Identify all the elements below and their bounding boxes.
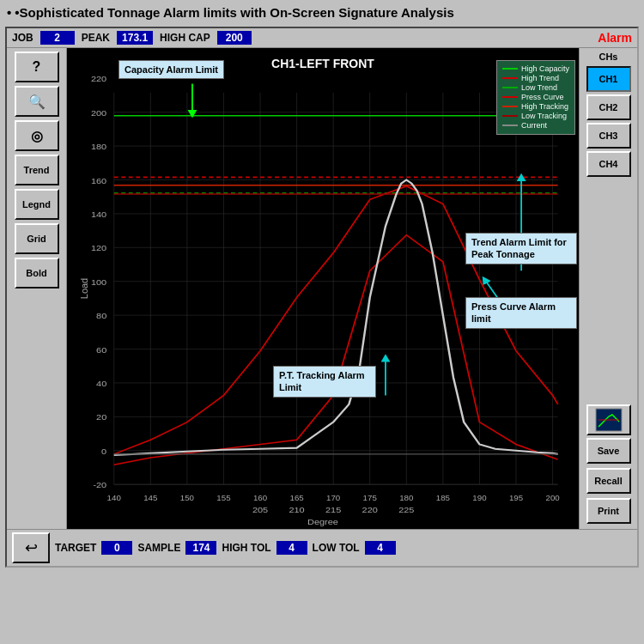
svg-text:160: 160	[91, 176, 107, 185]
callout-tracking: P.T. Tracking Alarm Limit	[273, 366, 376, 398]
svg-text:205: 205	[252, 506, 269, 514]
svg-text:220: 220	[362, 506, 379, 514]
bullet-icon: •	[7, 5, 11, 20]
job-label: JOB	[12, 32, 33, 44]
content-area: ? 🔍 ◎ Trend Legnd Grid Bold CH1-LEFT FRO…	[7, 48, 637, 529]
page-title: • •Sophisticated Tonnage Alarm limits wi…	[0, 0, 644, 25]
bottom-bar: ↩ TARGET 0 SAMPLE 174 HIGH TOL 4 LOW TOL…	[7, 529, 637, 566]
svg-text:Degree: Degree	[307, 518, 338, 526]
svg-text:170: 170	[326, 494, 340, 501]
svg-text:175: 175	[363, 494, 377, 501]
svg-text:180: 180	[399, 494, 413, 501]
hightol-label: HIGH TOL	[222, 542, 270, 554]
svg-text:-20: -20	[93, 481, 106, 489]
zoom-button[interactable]: 🔍	[15, 86, 59, 117]
ch4-button[interactable]: CH4	[586, 151, 631, 177]
svg-text:220: 220	[91, 75, 107, 83]
svg-text:120: 120	[91, 244, 107, 252]
sample-label: SAMPLE	[137, 542, 180, 554]
svg-text:165: 165	[289, 494, 303, 501]
grid-button[interactable]: Grid	[15, 223, 59, 254]
svg-text:0: 0	[101, 447, 106, 456]
svg-text:80: 80	[96, 312, 107, 320]
svg-text:145: 145	[143, 494, 157, 501]
callout-trend: Trend Alarm Limit for Peak Tonnage	[465, 233, 577, 264]
highcap-label: HIGH CAP	[160, 32, 210, 44]
ch2-button[interactable]: CH2	[586, 94, 631, 120]
svg-text:100: 100	[91, 278, 107, 287]
recall-button[interactable]: Recall	[586, 468, 631, 494]
svg-text:200: 200	[91, 109, 107, 118]
svg-text:195: 195	[509, 494, 523, 501]
target-button[interactable]: ◎	[15, 120, 59, 151]
save-button[interactable]: Save	[586, 438, 631, 464]
chart-icon-button[interactable]	[586, 404, 631, 435]
svg-text:215: 215	[325, 506, 342, 514]
ch3-button[interactable]: CH3	[586, 123, 631, 149]
bold-button[interactable]: Bold	[15, 258, 59, 289]
svg-text:40: 40	[96, 380, 107, 388]
svg-text:140: 140	[107, 494, 121, 501]
callout-capacity: Capacity Alarm Limit	[118, 60, 224, 79]
alarm-label: Alarm	[598, 31, 632, 45]
help-button[interactable]: ?	[15, 52, 59, 82]
svg-text:180: 180	[91, 143, 107, 151]
svg-text:200: 200	[545, 494, 559, 501]
legend-box: High Capacity High Trend Low Trend Press…	[496, 60, 575, 135]
lowtol-value: 4	[365, 541, 396, 555]
callout-press: Press Curve Alarm limit	[465, 297, 577, 329]
highcap-value: 200	[217, 31, 252, 45]
svg-text:60: 60	[96, 345, 107, 354]
peak-value: 173.1	[117, 31, 153, 45]
sample-value: 174	[185, 541, 216, 555]
hightol-value: 4	[276, 541, 307, 555]
svg-text:150: 150	[180, 494, 194, 501]
left-sidebar: ? 🔍 ◎ Trend Legnd Grid Bold	[7, 48, 67, 529]
svg-text:140: 140	[91, 210, 107, 219]
svg-text:190: 190	[472, 494, 486, 501]
lowtol-label: LOW TOL	[313, 542, 360, 554]
trend-button[interactable]: Trend	[15, 155, 59, 185]
svg-text:20: 20	[96, 413, 107, 422]
print-button[interactable]: Print	[586, 498, 631, 524]
svg-text:155: 155	[216, 494, 230, 501]
chs-label: CHs	[598, 52, 617, 62]
target-label: TARGET	[55, 542, 96, 554]
svg-text:210: 210	[289, 506, 305, 514]
svg-text:160: 160	[253, 494, 267, 501]
peak-label: PEAK	[82, 32, 110, 44]
main-container: JOB 2 PEAK 173.1 HIGH CAP 200 Alarm ? 🔍 …	[5, 27, 639, 568]
svg-text:185: 185	[436, 494, 450, 501]
back-button[interactable]: ↩	[12, 532, 50, 563]
target-value: 0	[101, 541, 132, 555]
job-value: 2	[40, 31, 75, 45]
top-bar: JOB 2 PEAK 173.1 HIGH CAP 200 Alarm	[7, 28, 637, 48]
legend-button[interactable]: Legnd	[15, 189, 59, 220]
right-sidebar: CHs CH1 CH2 CH3 CH4 Save Recall Print	[579, 48, 637, 529]
svg-text:225: 225	[398, 506, 415, 514]
ch1-button[interactable]: CH1	[586, 66, 631, 92]
chart-area: CH1-LEFT FRONT Load	[67, 48, 579, 529]
